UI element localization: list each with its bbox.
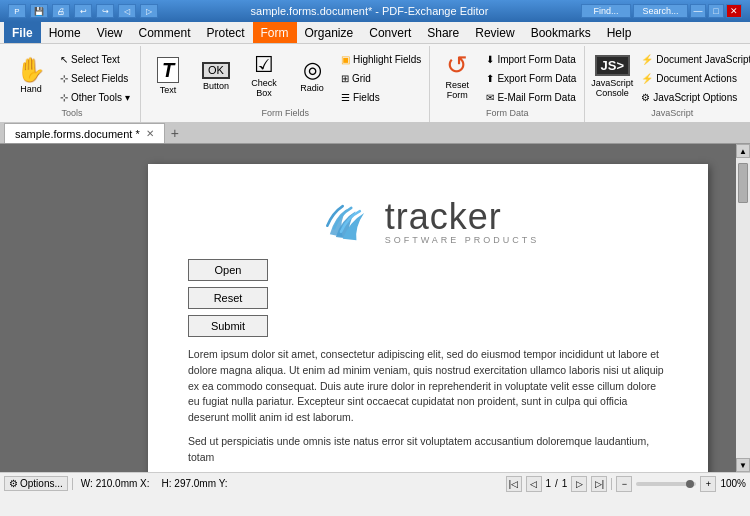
javascript-group-label: JavaScript bbox=[651, 108, 693, 120]
document-javascript-label: Document JavaScript bbox=[656, 54, 750, 65]
menu-view[interactable]: View bbox=[89, 22, 131, 43]
fields-icon: ☰ bbox=[341, 92, 350, 103]
prev-page-button[interactable]: ◁ bbox=[526, 476, 542, 492]
first-page-button[interactable]: |◁ bbox=[506, 476, 522, 492]
submit-button[interactable]: Submit bbox=[188, 315, 268, 337]
forward-icon[interactable]: ▷ bbox=[140, 4, 158, 18]
document-actions-button[interactable]: ⚡ Document Actions bbox=[637, 69, 750, 87]
email-icon: ✉ bbox=[486, 92, 494, 103]
export-form-data-button[interactable]: ⬆ Export Form Data bbox=[482, 69, 580, 87]
redo-icon[interactable]: ↪ bbox=[96, 4, 114, 18]
form-data-small-col: ⬇ Import Form Data ⬆ Export Form Data ✉ … bbox=[482, 48, 580, 106]
menu-form[interactable]: Form bbox=[253, 22, 297, 43]
find-btn[interactable]: Find... bbox=[581, 4, 631, 18]
tab-add-button[interactable]: + bbox=[165, 123, 185, 143]
grid-button[interactable]: ⊞ Grid bbox=[337, 69, 425, 87]
zoom-level: 100% bbox=[720, 478, 746, 489]
text-field-icon: T bbox=[157, 57, 179, 83]
print-icon[interactable]: 🖨 bbox=[52, 4, 70, 18]
radio-field-button[interactable]: ◎ Radio bbox=[289, 48, 335, 104]
text-field-button[interactable]: T Text bbox=[145, 48, 191, 104]
menu-convert[interactable]: Convert bbox=[361, 22, 419, 43]
last-page-button[interactable]: ▷| bbox=[591, 476, 607, 492]
lorem-paragraph-1: Lorem ipsum dolor sit amet, consectetur … bbox=[188, 347, 668, 426]
form-buttons: Open Reset Submit bbox=[188, 259, 668, 337]
undo-icon[interactable]: ↩ bbox=[74, 4, 92, 18]
title-bar-icons: P 💾 🖨 ↩ ↪ ◁ ▷ bbox=[8, 4, 158, 18]
tab-label: sample.forms.document * bbox=[15, 128, 140, 140]
close-btn[interactable]: ✕ bbox=[726, 4, 742, 18]
text-label: Text bbox=[160, 85, 177, 95]
email-form-data-button[interactable]: ✉ E-Mail Form Data bbox=[482, 88, 580, 106]
minimize-btn[interactable]: — bbox=[690, 4, 706, 18]
content-scroll: tracker SOFTWARE PRODUCTS Open Reset Sub… bbox=[0, 144, 750, 472]
menu-bookmarks[interactable]: Bookmarks bbox=[523, 22, 599, 43]
zoom-in-button[interactable]: + bbox=[700, 476, 716, 492]
status-bar: ⚙ Options... W: 210.0mm X: H: 297.0mm Y:… bbox=[0, 472, 750, 494]
import-icon: ⬇ bbox=[486, 54, 494, 65]
tracker-logo: tracker SOFTWARE PRODUCTS bbox=[317, 194, 540, 249]
main-area: tracker SOFTWARE PRODUCTS Open Reset Sub… bbox=[0, 144, 750, 472]
scroll-down-button[interactable]: ▼ bbox=[736, 458, 750, 472]
hand-tool-button[interactable]: ✋ Hand bbox=[8, 48, 54, 104]
checkbox-field-button[interactable]: ☑ CheckBox bbox=[241, 48, 287, 104]
reset-form-button[interactable]: ↺ ResetForm bbox=[434, 48, 480, 104]
page-current: 1 bbox=[546, 478, 552, 489]
tools-small-col: ↖ Select Text ⊹ Select Fields ⊹ Other To… bbox=[56, 48, 136, 106]
tab-close-icon[interactable]: ✕ bbox=[146, 128, 154, 139]
back-icon[interactable]: ◁ bbox=[118, 4, 136, 18]
js-console-button[interactable]: JS> JavaScriptConsole bbox=[589, 48, 635, 104]
highlight-icon: ▣ bbox=[341, 54, 350, 65]
select-text-label: Select Text bbox=[71, 54, 120, 65]
status-right: |◁ ◁ 1 / 1 ▷ ▷| − + 100% bbox=[506, 476, 746, 492]
menu-protect[interactable]: Protect bbox=[199, 22, 253, 43]
menu-organize[interactable]: Organize bbox=[297, 22, 362, 43]
javascript-options-button[interactable]: ⚙ JavaScript Options bbox=[637, 88, 750, 106]
button-field-button[interactable]: OK Button bbox=[193, 48, 239, 104]
select-text-button[interactable]: ↖ Select Text bbox=[56, 50, 136, 68]
export-icon: ⬆ bbox=[486, 73, 494, 84]
zoom-out-button[interactable]: − bbox=[616, 476, 632, 492]
restore-btn[interactable]: □ bbox=[708, 4, 724, 18]
js-console-label: JavaScriptConsole bbox=[591, 78, 633, 98]
hand-label: Hand bbox=[20, 84, 42, 94]
tools-buttons: ✋ Hand ↖ Select Text ⊹ Select Fields ⊹ O… bbox=[8, 48, 136, 108]
reset-button[interactable]: Reset bbox=[188, 287, 268, 309]
reset-form-label: ResetForm bbox=[446, 80, 470, 100]
highlight-fields-label: Highlight Fields bbox=[353, 54, 421, 65]
search-btn[interactable]: Search... bbox=[633, 4, 688, 18]
zoom-slider[interactable] bbox=[636, 482, 696, 486]
menu-help[interactable]: Help bbox=[599, 22, 640, 43]
select-fields-button[interactable]: ⊹ Select Fields bbox=[56, 69, 136, 87]
grid-label: Grid bbox=[352, 73, 371, 84]
menu-comment[interactable]: Comment bbox=[130, 22, 198, 43]
save-icon[interactable]: 💾 bbox=[30, 4, 48, 18]
height-display: H: 297.0mm Y: bbox=[158, 478, 232, 489]
document-javascript-button[interactable]: ⚡ Document JavaScript bbox=[637, 50, 750, 68]
tab-sample-forms[interactable]: sample.forms.document * ✕ bbox=[4, 123, 165, 143]
scrollbar-thumb[interactable] bbox=[738, 163, 748, 203]
menu-share[interactable]: Share bbox=[419, 22, 467, 43]
fields-button[interactable]: ☰ Fields bbox=[337, 88, 425, 106]
next-page-button[interactable]: ▷ bbox=[571, 476, 587, 492]
logo-svg bbox=[317, 194, 377, 249]
x-label: X: bbox=[140, 478, 149, 489]
ok-button-icon: OK bbox=[202, 62, 230, 79]
open-button[interactable]: Open bbox=[188, 259, 268, 281]
other-tools-button[interactable]: ⊹ Other Tools ▾ bbox=[56, 88, 136, 106]
scroll-up-button[interactable]: ▲ bbox=[736, 144, 750, 158]
scrollbar-track[interactable] bbox=[736, 158, 750, 458]
import-form-data-button[interactable]: ⬇ Import Form Data bbox=[482, 50, 580, 68]
menu-file[interactable]: File bbox=[4, 22, 41, 43]
ribbon: ✋ Hand ↖ Select Text ⊹ Select Fields ⊹ O… bbox=[0, 44, 750, 122]
options-button[interactable]: ⚙ Options... bbox=[4, 476, 68, 491]
highlight-fields-button[interactable]: ▣ Highlight Fields bbox=[337, 50, 425, 68]
page-sep: / bbox=[555, 478, 558, 489]
menu-home[interactable]: Home bbox=[41, 22, 89, 43]
email-form-data-label: E-Mail Form Data bbox=[497, 92, 575, 103]
zoom-thumb[interactable] bbox=[686, 480, 694, 488]
logo-subtitle: SOFTWARE PRODUCTS bbox=[385, 235, 540, 245]
ribbon-group-form-data: ↺ ResetForm ⬇ Import Form Data ⬆ Export … bbox=[430, 46, 585, 122]
menu-review[interactable]: Review bbox=[467, 22, 522, 43]
vertical-scrollbar[interactable]: ▲ ▼ bbox=[736, 144, 750, 472]
